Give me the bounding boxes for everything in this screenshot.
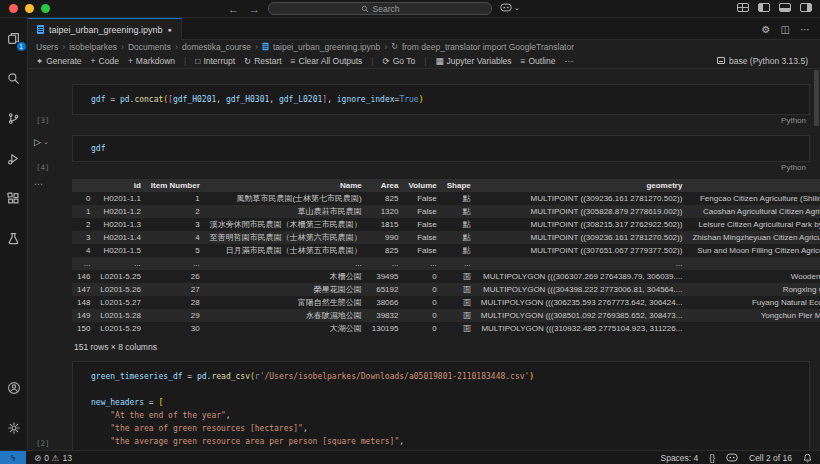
table-cell: 146 xyxy=(72,270,95,283)
search-sidebar-icon[interactable] xyxy=(0,58,28,98)
jupyter-variables-button[interactable]: ▦ Jupyter Variables xyxy=(435,56,511,66)
toggle-primary-sidebar-button[interactable] xyxy=(758,3,770,12)
breadcrumb-users[interactable]: Users xyxy=(36,42,58,52)
table-cell: MULTIPOLYGON (((310932.485 2775104.923, … xyxy=(476,322,688,335)
cell-2-gutter: ▷ ⌄ [4] xyxy=(28,135,72,173)
status-bar: ϟ ⊘ 0 ⚠ 13 Spaces: 4 {} Cell 2 of 16 xyxy=(0,450,820,464)
problems-indicator[interactable]: ⊘ 0 ⚠ 13 xyxy=(34,453,72,463)
breadcrumb-domestika-course[interactable]: domestika_course xyxy=(182,42,251,52)
cell-language-indicator[interactable]: Python xyxy=(781,163,806,173)
play-icon: ▷ xyxy=(34,137,41,147)
table-row: 0H0201-1.11風動草市民農園(士林第七市民農園)825False點MUL… xyxy=(72,192,820,205)
add-markdown-cell-button[interactable]: + Markdown xyxy=(128,56,175,66)
table-cell: ... xyxy=(367,257,404,270)
toggle-secondary-sidebar-button[interactable] xyxy=(800,3,812,12)
go-to-label: Go To xyxy=(393,56,416,66)
table-cell: ... xyxy=(476,257,688,270)
extensions-icon[interactable] xyxy=(0,178,28,218)
restart-label: Restart xyxy=(254,56,281,66)
language-braces-indicator[interactable]: {} xyxy=(709,453,715,463)
table-cell: 榮星花園公園 xyxy=(205,283,367,296)
table-cell: L0201-5.28 xyxy=(95,309,145,322)
cell-1-editor[interactable]: gdf = pd.concat([gdf_H0201, gdf_H0301, g… xyxy=(72,84,810,115)
table-cell: Fengcao Citizen Agriculture (Shilin No. … xyxy=(687,192,820,205)
table-cell: Yongchun Pier Moisture Park xyxy=(687,309,820,322)
run-options-chevron-icon[interactable]: ⌄ xyxy=(43,138,49,147)
table-cell: ... xyxy=(205,257,367,270)
testing-icon[interactable] xyxy=(0,218,28,258)
breadcrumb-cell-symbol[interactable]: from deep_translator import GoogleTransl… xyxy=(402,42,574,52)
run-debug-icon[interactable] xyxy=(0,138,28,178)
add-code-cell-button[interactable]: + Code xyxy=(91,56,119,66)
maximize-window-button[interactable] xyxy=(41,4,50,13)
table-cell: 大湖公園 xyxy=(205,322,367,335)
generate-button[interactable]: ✦ Generate xyxy=(36,56,82,66)
modified-dot-icon[interactable]: ● xyxy=(168,26,172,33)
table-cell: MULTIPOINT ((307651.067 2779377.502)) xyxy=(476,244,688,257)
goto-icon: ⟳ xyxy=(383,56,390,66)
history-back-button[interactable]: ← xyxy=(228,0,239,18)
code-line: new_headers = [ xyxy=(91,396,809,409)
cell-3-editor[interactable]: green_timeseries_df = pd.read_csv(r'/Use… xyxy=(72,361,810,450)
copilot-status-icon[interactable] xyxy=(726,453,738,462)
title-bar: ← → Search ⌄ xyxy=(0,0,820,18)
minimize-window-button[interactable] xyxy=(25,4,34,13)
cell-position-indicator[interactable]: Cell 2 of 16 xyxy=(749,453,792,463)
account-icon[interactable] xyxy=(0,368,28,408)
breadcrumb-documents[interactable]: Documents xyxy=(128,42,171,52)
command-center-search[interactable]: Search xyxy=(268,2,492,15)
table-row: 2H0201-1.33溪水旁休閒市民農園（木柵第三市民農園）1815False點… xyxy=(72,218,820,231)
explorer-icon[interactable]: 1 xyxy=(0,18,28,58)
toolbar-more-actions-icon[interactable]: ⋯ xyxy=(564,56,573,66)
close-window-button[interactable] xyxy=(9,4,18,13)
notifications-bell-icon[interactable] xyxy=(803,453,812,463)
restart-button[interactable]: ↻ Restart xyxy=(244,56,282,66)
customize-layout-button[interactable] xyxy=(737,3,749,12)
explorer-badge: 1 xyxy=(17,42,26,51)
table-cell: H0201-1.2 xyxy=(95,205,145,218)
table-cell: Fuyang Natural Ecological Park xyxy=(687,296,820,309)
table-cell: 點 xyxy=(442,192,476,205)
history-forward-button[interactable]: → xyxy=(249,0,260,18)
table-row: 149L0201-5.2829永春陂濕地公園398320面MULTIPOLYGO… xyxy=(72,309,820,322)
table-cell: 27 xyxy=(146,283,205,296)
output-menu-icon[interactable]: ⋯ xyxy=(34,179,44,189)
cell-2-editor[interactable]: gdf xyxy=(72,135,810,162)
markdown-label: Markdown xyxy=(136,56,175,66)
indentation-indicator[interactable]: Spaces: 4 xyxy=(661,453,699,463)
settings-gear-icon[interactable] xyxy=(0,408,28,448)
table-cell: Sun and Moon Filling Citizen Agriculture… xyxy=(687,244,820,257)
source-control-icon[interactable] xyxy=(0,98,28,138)
clear-all-outputs-button[interactable]: ≡ Clear All Outputs xyxy=(291,56,363,66)
error-count: 0 xyxy=(44,453,49,463)
outline-button[interactable]: ≡ Outline xyxy=(521,56,556,66)
breadcrumb-filename[interactable]: taipei_urban_greening.ipynb xyxy=(273,42,380,52)
code-cell-3[interactable]: [2] green_timeseries_df = pd.read_csv(r'… xyxy=(28,361,810,450)
run-cell-button[interactable]: ▷ ⌄ xyxy=(34,137,49,147)
table-cell: ... xyxy=(72,257,95,270)
table-cell: L0201-5.26 xyxy=(95,283,145,296)
copilot-menu[interactable]: ⌄ xyxy=(500,3,520,12)
table-cell: MULTIPOLYGON (((306307.269 2764389.79, 3… xyxy=(476,270,688,283)
kernel-picker[interactable]: base (Python 3.13.5) xyxy=(717,56,808,66)
code-cell-1[interactable]: [3] gdf = pd.concat([gdf_H0201, gdf_H030… xyxy=(28,84,810,126)
remote-indicator[interactable]: ϟ xyxy=(0,451,26,464)
interrupt-button[interactable]: □ Interrupt xyxy=(195,56,235,66)
toggle-panel-button[interactable] xyxy=(779,3,791,12)
editor-scrollbar[interactable] xyxy=(814,70,819,126)
code-cell-2[interactable]: ▷ ⌄ [4] gdf Python xyxy=(28,135,810,173)
table-cell: 面 xyxy=(442,283,476,296)
breadcrumb-isobelparkes[interactable]: isobelparkes xyxy=(69,42,117,52)
table-cell: 面 xyxy=(442,309,476,322)
table-cell: 點 xyxy=(442,218,476,231)
notebook-settings-icon[interactable]: ⚙ xyxy=(762,24,771,35)
table-cell: L0201-5.29 xyxy=(95,322,145,335)
activity-bar: 1 xyxy=(0,18,28,450)
warning-count: 13 xyxy=(62,453,71,463)
tab-taipei-urban-greening[interactable]: taipei_urban_greening.ipynb ● xyxy=(28,18,182,40)
split-editor-icon[interactable]: ◫ xyxy=(781,24,790,35)
go-to-button[interactable]: ⟳ Go To xyxy=(383,56,416,66)
execution-count: [3] xyxy=(36,116,50,125)
editor-more-actions-icon[interactable]: ⋯ xyxy=(800,24,810,35)
cell-language-indicator[interactable]: Python xyxy=(781,116,806,126)
